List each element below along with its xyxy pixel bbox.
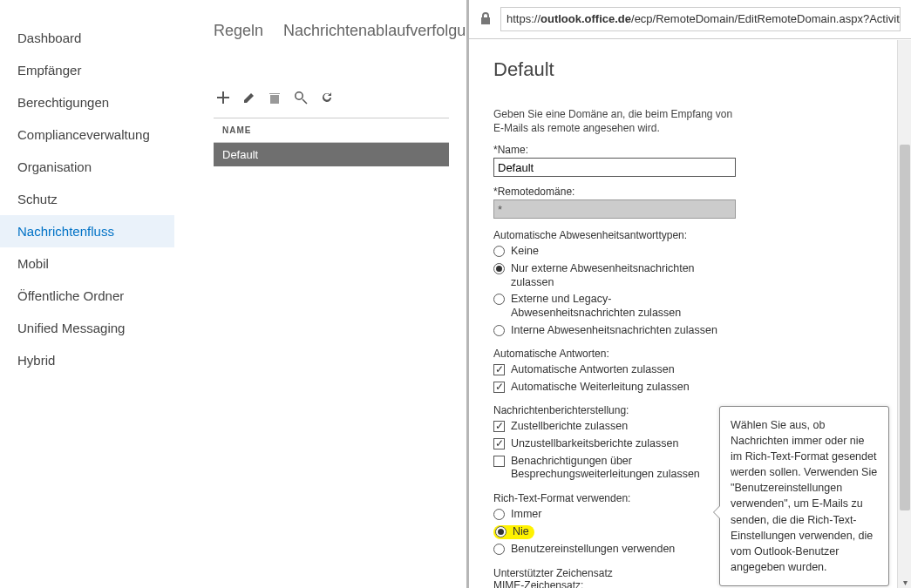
lock-icon	[479, 11, 492, 28]
sidebar-item-recipients[interactable]: Empfänger	[0, 54, 174, 86]
edit-button[interactable]	[240, 88, 259, 107]
radio-icon	[493, 325, 505, 336]
rtf-always-option[interactable]: Immer	[493, 508, 729, 522]
sidebar-item-mobile[interactable]: Mobil	[0, 247, 174, 280]
oof-none-option[interactable]: Keine	[493, 245, 729, 259]
checkbox-icon	[493, 421, 505, 432]
sidebar-item-dashboard[interactable]: Dashboard	[0, 22, 174, 54]
svg-point-0	[296, 92, 303, 99]
radio-icon	[493, 509, 505, 520]
radio-icon	[495, 526, 506, 537]
add-button[interactable]	[214, 88, 233, 107]
url-prefix: https://	[506, 12, 540, 25]
auto-reply-header: Automatische Antworten:	[493, 348, 895, 360]
sidebar-item-hybrid[interactable]: Hybrid	[0, 344, 174, 376]
oof-external-option[interactable]: Nur externe Abwesenheitsnachrichten zula…	[493, 262, 729, 289]
panel-title: Default	[493, 58, 895, 81]
checkbox-icon	[493, 438, 505, 449]
sidebar-item-permissions[interactable]: Berechtigungen	[0, 86, 174, 118]
url-host: outlook.office.de	[540, 12, 631, 25]
sidebar: Dashboard Empfänger Berechtigungen Compl…	[0, 0, 174, 588]
sidebar-item-um[interactable]: Unified Messaging	[0, 312, 174, 344]
url-field[interactable]: https://outlook.office.de/ecp/RemoteDoma…	[500, 7, 901, 31]
radio-icon	[493, 544, 505, 555]
checkbox-icon	[493, 382, 505, 393]
allow-auto-reply[interactable]: Automatische Antworten zulassen	[493, 363, 729, 377]
oof-header: Automatische Abwesenheitsantworttypen:	[493, 229, 895, 241]
oof-internal-option[interactable]: Interne Abwesenheitsnachrichten zulassen	[493, 324, 729, 338]
sidebar-item-public-folders[interactable]: Öffentliche Ordner	[0, 280, 174, 312]
remote-domain-input	[493, 199, 736, 219]
plus-icon	[216, 91, 230, 105]
rtf-help-tooltip: Wählen Sie aus, ob Nachrichten immer ode…	[719, 406, 889, 586]
scroll-down-arrow[interactable]: ▾	[898, 576, 911, 588]
allow-meeting-forward-notify[interactable]: Benachrichtigungen über Besprechungsweit…	[493, 455, 729, 482]
list-row[interactable]: Default	[214, 143, 449, 166]
panel-scrollbar[interactable]: ▾	[897, 40, 911, 588]
name-label: Name:	[493, 144, 895, 156]
refresh-icon	[320, 91, 334, 105]
search-button[interactable]	[291, 88, 310, 107]
trash-icon	[269, 91, 281, 105]
rtf-usersettings-option[interactable]: Benutzereinstellungen verwenden	[493, 543, 729, 557]
radio-icon	[493, 263, 505, 274]
sidebar-item-compliance[interactable]: Complianceverwaltung	[0, 118, 174, 151]
search-icon	[294, 91, 308, 105]
column-header-name[interactable]: NAME	[214, 118, 449, 143]
radio-icon	[493, 294, 505, 305]
allow-delivery-reports[interactable]: Zustellberichte zulassen	[493, 420, 729, 434]
refresh-button[interactable]	[317, 88, 337, 107]
rtf-never-option[interactable]: Nie	[493, 525, 729, 540]
allow-ndr[interactable]: Unzustellbarkeitsberichte zulassen	[493, 437, 729, 451]
checkbox-icon	[493, 456, 505, 467]
name-input[interactable]	[493, 158, 736, 177]
tab-rules[interactable]: Regeln	[214, 22, 263, 39]
radio-icon	[493, 246, 505, 257]
checkbox-icon	[493, 364, 505, 375]
delete-button[interactable]	[265, 88, 284, 107]
oof-legacy-option[interactable]: Externe und Legacy-Abwesenheitsnachricht…	[493, 293, 729, 320]
sidebar-item-protection[interactable]: Schutz	[0, 183, 174, 215]
sidebar-item-mailflow[interactable]: Nachrichtenfluss	[0, 215, 174, 247]
remote-domain-label: Remotedomäne:	[493, 186, 895, 198]
allow-auto-forward[interactable]: Automatische Weiterleitung zulassen	[493, 381, 729, 395]
sidebar-item-organization[interactable]: Organisation	[0, 151, 174, 183]
tab-message-trace[interactable]: Nachrichtenablaufverfolgung	[283, 22, 483, 39]
scroll-thumb[interactable]	[900, 145, 910, 510]
pencil-icon	[242, 91, 256, 105]
panel-hint: Geben Sie eine Domäne an, die beim Empfa…	[493, 107, 895, 135]
address-bar: https://outlook.office.de/ecp/RemoteDoma…	[469, 0, 911, 39]
domain-list: NAME Default	[187, 118, 449, 166]
url-rest: /ecp/RemoteDomain/EditRemoteDomain.aspx?…	[631, 12, 901, 25]
